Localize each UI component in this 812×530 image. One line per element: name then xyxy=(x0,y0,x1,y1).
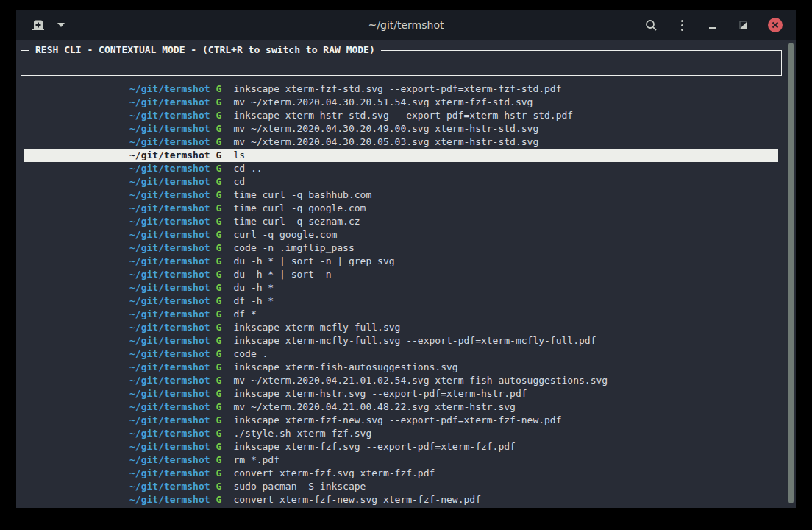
search-button[interactable] xyxy=(644,18,658,32)
git-flag: G xyxy=(216,361,222,372)
git-flag: G xyxy=(216,269,222,280)
history-row[interactable]: ~/git/termshotGdf * xyxy=(24,308,778,321)
history-row[interactable]: ~/git/termshotGmv ~/xterm.2020.04.30.20.… xyxy=(24,135,778,149)
history-row[interactable]: ~/git/termshotGls xyxy=(24,149,778,162)
new-tab-button[interactable] xyxy=(31,18,46,32)
close-button[interactable] xyxy=(768,18,783,32)
git-flag: G xyxy=(216,322,222,333)
history-command: inkscape xterm-mcfly-full.svg xyxy=(233,322,400,333)
history-row[interactable]: ~/git/termshotGtime curl -q seznam.cz xyxy=(24,215,778,228)
history-command: code -n .imgflip_pass xyxy=(233,242,354,253)
history-row[interactable]: ~/git/termshotGcd xyxy=(24,175,778,188)
history-row[interactable]: ~/git/termshotGmv ~/xterm.2020.04.21.00.… xyxy=(24,400,778,414)
history-path: ~/git/termshot xyxy=(129,428,210,439)
git-flag: G xyxy=(216,308,222,319)
history-row[interactable]: ~/git/termshotGinkscape xterm-fzf.svg --… xyxy=(24,440,778,453)
history-row[interactable]: ~/git/termshotGmv ~/xterm.2020.04.30.20.… xyxy=(24,122,778,135)
new-tab-icon xyxy=(32,19,45,31)
history-path: ~/git/termshot xyxy=(129,110,210,121)
chevron-down-icon xyxy=(57,23,65,27)
history-row[interactable]: ~/git/termshotGdf -h * xyxy=(24,294,778,308)
history-row[interactable]: ~/git/termshotGinkscape xterm-fish-autos… xyxy=(24,361,778,374)
history-path: ~/git/termshot xyxy=(129,441,210,452)
git-flag: G xyxy=(216,428,222,439)
git-flag: G xyxy=(216,255,222,266)
history-row[interactable]: ~/git/termshotGconvert xterm-fzf-new.svg… xyxy=(24,493,778,506)
git-flag: G xyxy=(216,123,222,134)
history-command: time curl -q bashhub.com xyxy=(233,189,371,200)
git-flag: G xyxy=(216,242,222,253)
history-row[interactable]: ~/git/termshotGmv ~/xterm.2020.04.30.20.… xyxy=(24,96,778,109)
history-command: ./style.sh xterm-fzf.svg xyxy=(233,428,371,439)
minimize-button[interactable] xyxy=(706,18,719,32)
git-flag: G xyxy=(216,454,222,465)
terminal-content: RESH CLI - CONTEXTUAL MODE - (CTRL+R to … xyxy=(16,40,796,508)
git-flag: G xyxy=(216,96,222,107)
git-flag: G xyxy=(216,282,222,293)
history-path: ~/git/termshot xyxy=(129,176,210,187)
git-flag: G xyxy=(216,295,222,306)
history-path: ~/git/termshot xyxy=(129,361,210,372)
history-command: mv ~/xterm.2020.04.21.01.02.54.svg xterm… xyxy=(233,375,608,386)
git-flag: G xyxy=(216,202,222,213)
history-row[interactable]: ~/git/termshotGdu -h * | sort -n | grep … xyxy=(24,255,778,268)
history-command: df -h * xyxy=(233,295,274,306)
git-flag: G xyxy=(216,467,222,478)
tab-dropdown-button[interactable] xyxy=(56,18,66,32)
resh-search-box[interactable]: RESH CLI - CONTEXTUAL MODE - (CTRL+R to … xyxy=(21,50,782,76)
history-row[interactable]: ~/git/termshotGinkscape xterm-fzf-new.sv… xyxy=(24,414,778,427)
history-row[interactable]: ~/git/termshotGdu -h * xyxy=(24,281,778,294)
history-row[interactable]: ~/git/termshotGinkscape xterm-fzf-std.sv… xyxy=(24,82,778,96)
history-row[interactable]: ~/git/termshotGtime curl -q google.com xyxy=(24,202,778,215)
git-flag: G xyxy=(216,229,222,240)
history-path: ~/git/termshot xyxy=(129,189,210,200)
history-list: ~/git/termshotGinkscape xterm-fzf-std.sv… xyxy=(24,82,778,506)
history-row[interactable]: ~/git/termshotGtime curl -q bashhub.com xyxy=(24,188,778,202)
history-row[interactable]: ~/git/termshotGdu -h * | sort -n xyxy=(24,268,778,281)
history-path: ~/git/termshot xyxy=(129,348,210,359)
history-path: ~/git/termshot xyxy=(129,335,210,346)
history-command: inkscape xterm-hstr.svg --export-pdf=xte… xyxy=(233,388,527,399)
history-path: ~/git/termshot xyxy=(129,322,210,333)
history-command: du -h * | sort -n xyxy=(233,269,331,280)
history-command: mv ~/xterm.2020.04.30.20.05.03.svg xterm… xyxy=(233,136,538,147)
history-path: ~/git/termshot xyxy=(129,401,210,412)
history-row[interactable]: ~/git/termshotGcode . xyxy=(24,347,778,361)
history-row[interactable]: ~/git/termshotGinkscape xterm-hstr.svg -… xyxy=(24,387,778,400)
history-command: inkscape xterm-fzf-std.svg --export-pdf=… xyxy=(233,83,561,94)
history-row[interactable]: ~/git/termshotGrm *.pdf xyxy=(24,453,778,467)
git-flag: G xyxy=(216,216,222,227)
git-flag: G xyxy=(216,348,222,359)
history-command: df * xyxy=(233,308,256,319)
git-flag: G xyxy=(216,414,222,425)
git-flag: G xyxy=(216,388,222,399)
history-path: ~/git/termshot xyxy=(129,216,210,227)
history-path: ~/git/termshot xyxy=(129,494,210,505)
history-path: ~/git/termshot xyxy=(129,202,210,213)
history-row[interactable]: ~/git/termshotGinkscape xterm-mcfly-full… xyxy=(24,334,778,347)
restore-button[interactable] xyxy=(737,18,750,32)
history-command: ls xyxy=(233,149,245,160)
history-row[interactable]: ~/git/termshotGinkscape xterm-mcfly-full… xyxy=(24,321,778,334)
history-path: ~/git/termshot xyxy=(129,375,210,386)
history-row[interactable]: ~/git/termshotGinkscape xterm-hstr-std.s… xyxy=(24,109,778,122)
history-row[interactable]: ~/git/termshotGcode -n .imgflip_pass xyxy=(24,241,778,255)
scrollbar-thumb[interactable] xyxy=(788,43,794,504)
history-path: ~/git/termshot xyxy=(129,467,210,478)
history-command: time curl -q seznam.cz xyxy=(233,216,360,227)
history-command: convert xterm-fzf-new.svg xterm-fzf-new.… xyxy=(233,494,481,505)
history-path: ~/git/termshot xyxy=(129,136,210,147)
history-command: cd .. xyxy=(233,163,262,174)
terminal-window: ~/git/termshot xyxy=(16,10,796,508)
history-row[interactable]: ~/git/termshotG./style.sh xterm-fzf.svg xyxy=(24,427,778,440)
history-command: du -h * xyxy=(233,282,274,293)
history-command: cd xyxy=(233,176,245,187)
menu-button[interactable] xyxy=(675,18,688,32)
history-row[interactable]: ~/git/termshotGcd .. xyxy=(24,162,778,175)
history-row[interactable]: ~/git/termshotGmv ~/xterm.2020.04.21.01.… xyxy=(24,374,778,387)
history-row[interactable]: ~/git/termshotGsudo pacman -S inkscape xyxy=(24,480,778,493)
history-row[interactable]: ~/git/termshotGcurl -q google.com xyxy=(24,228,778,241)
git-flag: G xyxy=(216,176,222,187)
history-command: time curl -q google.com xyxy=(233,202,366,213)
history-row[interactable]: ~/git/termshotGconvert xterm-fzf.svg xte… xyxy=(24,467,778,480)
